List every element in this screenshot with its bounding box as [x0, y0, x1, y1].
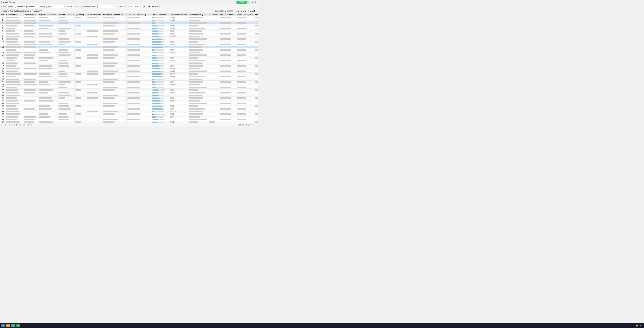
table-row[interactable]: 16████████████████████████████%████████: [0, 56, 258, 59]
table-row[interactable]: 37████████████████████████1████%████████…: [0, 113, 258, 115]
col-rating[interactable]: Rating: [75, 13, 86, 16]
col-future-peak-ultra[interactable]: Future Peak Is Ultra...: [254, 13, 258, 16]
table-row[interactable]: 25████████████████████████████████%█████…: [0, 81, 258, 83]
total-pages: 1: [18, 124, 20, 126]
table-row[interactable]: 18████████████████████: [0, 62, 258, 64]
col-reg-location[interactable]: Registration Location: [38, 13, 58, 16]
credit-line-button[interactable]: 📊 Credit Line: [234, 10, 247, 12]
credit-report-label: Credit Report:: [1, 6, 13, 8]
col-company-type[interactable]: Company Type: [23, 13, 38, 16]
col-is-ultralimit[interactable]: Is Ultralimit: [208, 13, 219, 16]
table-row[interactable]: 4████████████████████2████%████████: [0, 24, 258, 27]
history-query-select-wrap: [53, 5, 66, 8]
occupied-filter-section: Occupied Filter: OFF 📊 Credit Line Expor…: [215, 10, 256, 12]
col-future-occupy-rate[interactable]: Future Occupy Rate: [236, 13, 254, 16]
col-parent-company[interactable]: Parent Company: [86, 13, 102, 16]
table-row[interactable]: 30████████████████: [0, 94, 258, 97]
prev-page-button[interactable]: ‹: [5, 124, 8, 126]
col-last-year-cpty[interactable]: Last Year Counterparty Gr...: [126, 13, 151, 16]
table-row[interactable]: 15██████████████████████████████████████…: [0, 54, 258, 56]
refresh-button[interactable]: ↻: [28, 124, 32, 126]
close-button[interactable]: ✕: [254, 1, 256, 3]
col-current-occupy-a[interactable]: Current Occupy A...: [151, 13, 169, 16]
table-header-row: NO. Counterparty Company Type Registrati…: [0, 13, 258, 16]
table-row[interactable]: 13████████████████████████████%█████████…: [0, 48, 258, 51]
table-container[interactable]: NO. Counterparty Company Type Registrati…: [0, 13, 258, 123]
table-row[interactable]: 36████████████████0%████: [0, 110, 258, 113]
table-row[interactable]: 12████████████████: [0, 46, 258, 48]
occupied-filter-label: Occupied Filter:: [215, 10, 226, 12]
displaying-info: Displaying 1 - 234 of 234: [238, 124, 256, 126]
table-row[interactable]: 21████████████████████████%█████████████…: [0, 70, 258, 72]
last-page-button[interactable]: »: [24, 124, 28, 126]
table-row[interactable]: 24████████████████: [0, 78, 258, 81]
of-label: of: [16, 124, 18, 126]
table-row[interactable]: 1████████████████████████████████████%██…: [0, 16, 258, 19]
table-row[interactable]: 2████████████████████%████: [0, 19, 258, 22]
first-page-button[interactable]: «: [1, 124, 4, 126]
table-row[interactable]: 3███████████████████████████████████████…: [0, 22, 258, 24]
col-future-peak-occ[interactable]: Future Peak Occ...: [219, 13, 236, 16]
page-label: Page: [10, 124, 13, 126]
history-query-label: History Query:: [40, 6, 51, 8]
col-hist-max-credit[interactable]: Historical Maximum Credit...: [102, 13, 126, 16]
table-row[interactable]: 34████████████████████████%████████: [0, 105, 258, 107]
credit-risk-select-wrap: [98, 5, 114, 8]
table-row[interactable]: 23████████████████████%█████████████████…: [0, 75, 258, 78]
table-row[interactable]: 8████████████████████0%████: [0, 35, 258, 38]
table-row[interactable]: 33████████████████████████████████████: [0, 102, 258, 105]
maximize-button[interactable]: □: [251, 1, 253, 3]
filter-chip-1-text: (Under testing)/Credit Limit Granted Is:: [2, 10, 31, 12]
credit-report-tab[interactable]: Credit Report: [1, 1, 17, 3]
table-row[interactable]: 9████████████████1████████████████████: [0, 38, 258, 40]
table-row[interactable]: 27████████████████████████████████████: [0, 86, 258, 89]
col-counterparty[interactable]: Counterparty: [5, 13, 23, 16]
col-avail-limit[interactable]: Availability Limit(...: [188, 13, 208, 16]
table-row[interactable]: 17████████████████████%█████████████████…: [0, 59, 258, 62]
history-query-select[interactable]: [53, 5, 66, 8]
col-no[interactable]: NO.: [0, 13, 5, 16]
credit-report-select[interactable]: (Under testing)/Credit Li (Under testing…: [14, 5, 38, 8]
table-row[interactable]: 20████████████████%████: [0, 67, 258, 70]
separator-1: [116, 5, 116, 8]
table-row[interactable]: 35████████████████████████%█████████████…: [0, 107, 258, 110]
filter-chip-1: (Under testing)/Credit Limit Granted Is:…: [1, 9, 43, 12]
table-row[interactable]: 31████████████████████████████████%█████…: [0, 97, 258, 99]
table-row[interactable]: 6████████████████████████%████: [0, 30, 258, 32]
col-biz-location[interactable]: Business Location: [58, 13, 75, 16]
table-row[interactable]: 14████████████████1████%████: [0, 51, 258, 54]
table-row[interactable]: 19████████████████████████████%█████████…: [0, 64, 258, 67]
table-row[interactable]: 29████████████████████████████%█████████…: [0, 91, 258, 94]
data-table: NO. Counterparty Company Type Registrati…: [0, 13, 258, 123]
calc-date-label: Calc Date:: [118, 6, 127, 8]
credit-line-label: Credit Line: [238, 10, 246, 12]
page-number: 1: [14, 124, 15, 126]
table-row[interactable]: 28████████████████████1████%████████: [0, 89, 258, 91]
test-button[interactable]: TEST: [236, 1, 247, 4]
calculate-button[interactable]: ⚙ Calculate: [147, 5, 160, 8]
occupied-filter-toggle[interactable]: OFF: [228, 10, 233, 12]
next-page-button[interactable]: ›: [20, 124, 24, 126]
table-row[interactable]: 11████████████████████████████%█████████…: [0, 43, 258, 46]
minimize-button[interactable]: —: [248, 1, 250, 3]
calc-date-picker-icon[interactable]: 📅: [143, 5, 146, 8]
credit-risk-label: Credit Risk Management Statistics:: [68, 6, 96, 8]
filter-chip-close[interactable]: ✕: [40, 10, 42, 12]
window-controls: TEST — □ ✕: [236, 1, 256, 4]
table-row[interactable]: 5████████████████████%██████████████████…: [0, 27, 258, 30]
bottom-bar: « ‹ Page 1 of 1 › » ↻ Displaying 1 - 234…: [0, 123, 258, 127]
filter-chip-2-text: Physicals): [32, 10, 40, 12]
col-current-occupy-rate[interactable]: Current Occupy Rate: [169, 13, 188, 16]
table-row[interactable]: 10████████████████████████████%████████: [0, 40, 258, 43]
table-row[interactable]: 38████████████████████%████: [0, 115, 258, 118]
table-row[interactable]: 39████████████████████2█████████████████…: [0, 118, 258, 121]
credit-report-select-wrap: (Under testing)/Credit Li (Under testing…: [14, 5, 38, 8]
export-button[interactable]: Export: [248, 10, 256, 12]
table-row[interactable]: 40████████████████████████%████████████: [0, 121, 258, 123]
credit-risk-select[interactable]: [98, 5, 114, 8]
table-row[interactable]: 22████████████████████████████████0%████…: [0, 72, 258, 75]
table-row[interactable]: 26████████████████████████%████: [0, 83, 258, 86]
calc-date-input[interactable]: [128, 5, 142, 8]
table-row[interactable]: 7████████████████████████████████%██████…: [0, 32, 258, 35]
table-row[interactable]: 32████████████████%████: [0, 99, 258, 102]
